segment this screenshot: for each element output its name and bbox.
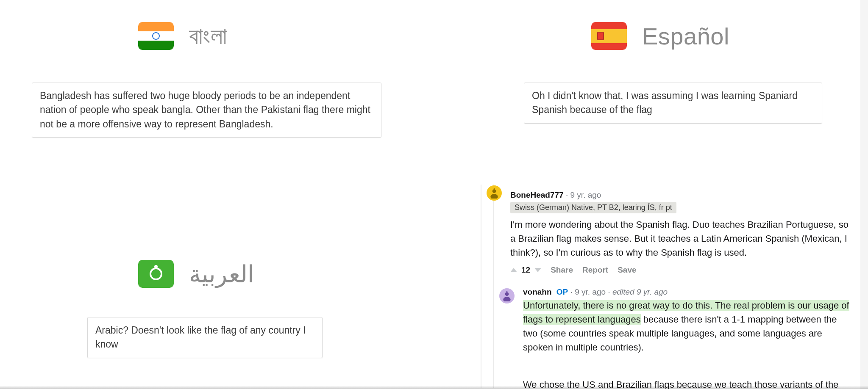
avatar-icon[interactable] [499,288,515,303]
svg-point-4 [503,297,510,301]
language-label: العربية [189,260,254,288]
callout-arabic: Arabic? Doesn't look like the flag of an… [87,317,323,358]
svg-point-2 [493,188,495,190]
comment-body: Unfortunately, there is no great way to … [523,298,854,354]
comment-actions: 12 Share Report Save [510,265,854,275]
svg-point-3 [505,292,509,296]
username[interactable]: vonahn [523,287,552,296]
comment-meta: BoneHead777 · 9 yr. ago [510,190,854,200]
language-label: বাংলা [189,22,227,50]
op-badge: OP [556,287,568,296]
flag-india-icon [138,22,174,50]
downvote-button[interactable] [534,268,541,272]
comment-body: I'm more wondering about the Spanish fla… [510,218,854,259]
upvote-button[interactable] [510,268,517,272]
bottom-shadow [0,386,868,389]
language-card-bangla: বাংলা [138,22,227,50]
svg-point-5 [506,291,507,292]
comment-2: vonahn OP · 9 yr. ago · edited 9 yr. ago… [499,287,854,354]
svg-point-0 [492,189,496,193]
flag-arab-icon [138,260,174,288]
comment-age: 9 yr. ago [575,287,606,296]
vote-controls: 12 [510,265,541,275]
reddit-thread: BoneHead777 · 9 yr. ago Swiss (German) N… [468,185,854,388]
flag-spain-icon [591,22,627,50]
username[interactable]: BoneHead777 [510,190,564,199]
language-card-arabic: العربية [138,260,254,288]
avatar-icon[interactable] [487,185,502,201]
svg-point-1 [490,194,498,199]
user-flair: Swiss (German) Native, PT B2, learing ÍS… [510,202,676,213]
edited-label: edited 9 yr. ago [612,287,668,296]
vote-score: 12 [521,265,530,275]
comment-1: BoneHead777 · 9 yr. ago Swiss (German) N… [487,185,854,275]
callout-spanish: Oh I didn't know that, I was assuming I … [524,83,822,124]
share-button[interactable]: Share [551,265,573,275]
comment-meta: vonahn OP · 9 yr. ago · edited 9 yr. ago [523,287,854,297]
comment-age: 9 yr. ago [570,190,601,199]
scrollbar[interactable] [860,0,868,389]
language-label: Español [642,22,729,50]
save-button[interactable]: Save [618,265,636,275]
callout-bangla: Bangladesh has suffered two huge bloody … [32,83,381,138]
report-button[interactable]: Report [582,265,608,275]
language-card-spanish: Español [591,22,729,50]
